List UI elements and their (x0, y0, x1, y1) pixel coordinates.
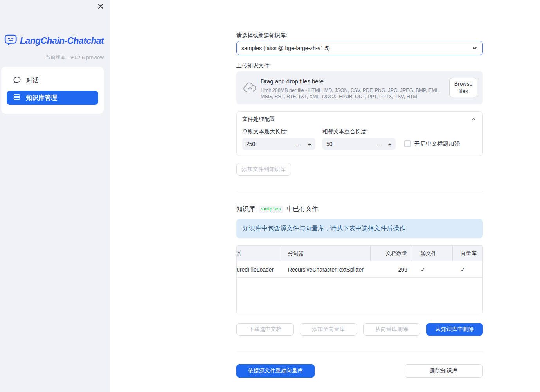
column-header-vector-store[interactable]: 向量库 (453, 246, 482, 261)
info-banner: 知识库中包含源文件与向量库，请从下表中选择文件后操作 (236, 219, 483, 238)
chat-bubble-icon (13, 76, 21, 85)
chunk-plus-button[interactable]: + (304, 138, 315, 150)
kb-select-label: 请选择或新建知识库: (236, 32, 287, 39)
cell-doc-count: 299 (371, 261, 412, 277)
dropzone-title: Drag and drop files here (261, 78, 324, 85)
browse-files-button[interactable]: Browse files (449, 78, 477, 97)
close-icon (97, 3, 104, 11)
chunk-minus-button[interactable]: – (293, 138, 304, 150)
chevron-down-icon (472, 45, 478, 51)
column-header-loader[interactable]: 文档加载器 (237, 246, 281, 261)
sidebar-item-label: 对话 (26, 77, 39, 85)
column-header-splitter[interactable]: 分词器 (281, 246, 371, 261)
sidebar: LangChain-Chatchat 当前版本：v0.2.6-preview 对… (0, 0, 110, 392)
zh-title-enhance-option: 开启中文标题加强 (404, 140, 460, 147)
overlap-size-input[interactable]: 50 – + (322, 138, 396, 150)
expander-title: 文件处理配置 (242, 116, 275, 123)
sidebar-item-chat[interactable]: 对话 (7, 74, 98, 88)
sidebar-item-knowledge-base[interactable]: 知识库管理 (7, 91, 98, 105)
overlap-size-value: 50 (322, 141, 373, 147)
delete-from-kb-button[interactable]: 从知识库中删除 (426, 323, 483, 336)
divider (236, 192, 483, 192)
file-dropzone[interactable]: Drag and drop files here Limit 200MB per… (236, 71, 483, 104)
kb-files-table: 文档加载器 分词器 文档数量 源文件 向量库 UnstructuredFileL… (236, 245, 483, 313)
overlap-minus-button[interactable]: – (373, 138, 384, 150)
zh-title-enhance-label: 开启中文标题加强 (414, 140, 460, 147)
kb-select-value: samples (faiss @ bge-large-zh-v1.5) (241, 45, 330, 51)
expander-header[interactable]: 文件处理配置 (237, 112, 482, 127)
cell-source-file-check: ✓ (412, 261, 453, 277)
chevron-up-icon (471, 116, 477, 122)
add-to-vector-store-button[interactable]: 添加至向量库 (300, 323, 357, 336)
cloud-upload-icon (243, 82, 257, 95)
column-header-doc-count[interactable]: 文档数量 (371, 246, 412, 261)
cell-vector-store-check: ✓ (453, 261, 482, 277)
app-logo: LangChain-Chatchat (4, 34, 104, 48)
sidebar-item-label: 知识库管理 (26, 94, 57, 102)
overlap-size-label: 相邻文本重合长度: (322, 128, 368, 135)
sidebar-close-button[interactable] (96, 3, 105, 11)
sidebar-menu: 对话 知识库管理 (1, 67, 104, 114)
main-content: 请选择或新建知识库: samples (faiss @ bge-large-zh… (236, 0, 483, 392)
cell-splitter: RecursiveCharacterTextSplitter (281, 261, 371, 277)
download-selected-button[interactable]: 下载选中文档 (236, 323, 294, 336)
table-row[interactable]: UnstructuredFileLoader RecursiveCharacte… (237, 261, 482, 278)
rebuild-vector-store-button[interactable]: 依据源文件重建向量库 (236, 364, 315, 378)
delete-knowledge-base-button[interactable]: 删除知识库 (405, 364, 483, 378)
row-actions: 下载选中文档 添加至向量库 从向量库删除 从知识库中删除 (236, 323, 483, 336)
zh-title-enhance-checkbox[interactable] (404, 140, 411, 147)
table-empty-area (237, 278, 482, 313)
add-files-to-kb-button[interactable]: 添加文件到知识库 (236, 163, 291, 176)
chunk-size-label: 单段文本最大长度: (242, 128, 288, 135)
app-title: LangChain-Chatchat (20, 36, 104, 46)
chatchat-logo-icon (4, 34, 17, 48)
stack-icon (13, 93, 21, 102)
version-text: 当前版本：v0.2.6-preview (45, 54, 104, 61)
overlap-plus-button[interactable]: + (384, 138, 396, 150)
chunk-size-input[interactable]: 250 – + (242, 138, 315, 150)
column-header-source-file[interactable]: 源文件 (412, 246, 453, 261)
kb-files-heading: 知识库 samples 中已有文件: (236, 205, 320, 213)
delete-from-vector-store-button[interactable]: 从向量库删除 (363, 323, 421, 336)
knowledge-base-selectbox[interactable]: samples (faiss @ bge-large-zh-v1.5) (236, 41, 483, 55)
cell-loader: UnstructuredFileLoader (237, 261, 281, 277)
divider (236, 351, 483, 351)
table-header-row: 文档加载器 分词器 文档数量 源文件 向量库 (237, 246, 482, 261)
file-config-expander: 文件处理配置 单段文本最大长度: 相邻文本重合长度: 250 – + 50 – … (236, 111, 483, 156)
app-window: LangChain-Chatchat 当前版本：v0.2.6-preview 对… (0, 0, 540, 392)
dropzone-limit-text: Limit 200MB per file • HTML, MD, JSON, C… (261, 87, 448, 100)
upload-label: 上传知识文件: (236, 62, 271, 69)
chunk-size-value: 250 (242, 141, 293, 147)
kb-name-code: samples (259, 206, 283, 213)
